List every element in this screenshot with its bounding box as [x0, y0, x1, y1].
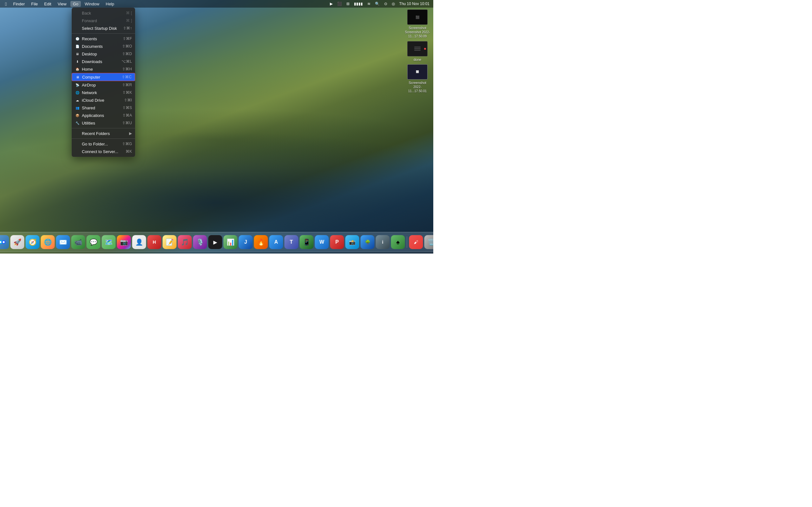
shared-label: Shared	[82, 106, 122, 110]
separator-1	[72, 33, 135, 34]
dock-teams[interactable]: T	[285, 235, 299, 249]
battery-icon[interactable]: ▮▮▮▮	[353, 1, 364, 7]
display-menu-icon[interactable]: ⊞	[345, 1, 351, 7]
dock-numbers[interactable]: 📊	[223, 235, 238, 249]
dock-screenshotsafari[interactable]: 📸	[345, 235, 359, 249]
apple-menu[interactable]: 	[3, 1, 9, 7]
dock-maps[interactable]: 🗺️	[102, 235, 116, 249]
menubar-file[interactable]: File	[29, 1, 40, 7]
dock-appletv[interactable]: ▶	[208, 235, 222, 249]
dock-trash[interactable]: 🗑️	[424, 235, 434, 249]
shared-icon: 👥	[75, 105, 80, 110]
dock-photos[interactable]: 📷	[117, 235, 131, 249]
dock-mail[interactable]: ✉️	[56, 235, 70, 249]
computer-icon: 🖥	[75, 74, 80, 79]
menu-item-recent-folders[interactable]: Recent Folders ▶	[72, 130, 135, 137]
dock-messages[interactable]: 💬	[87, 235, 101, 249]
menubar-help[interactable]: Help	[103, 1, 117, 7]
dock-separator	[407, 236, 407, 248]
dock-whatsapp[interactable]: 📱	[300, 235, 314, 249]
menu-item-utilities[interactable]: 🔧 Utilities ⇧⌘U	[72, 119, 135, 127]
network-icon: 🌐	[75, 90, 80, 95]
dock-solitaire[interactable]: ♠	[391, 235, 405, 249]
home-label: Home	[82, 67, 122, 72]
menu-item-startup[interactable]: Select Startup Disk ⇧⌘↑	[72, 24, 135, 32]
dock-pricetag[interactable]: P	[330, 235, 344, 249]
done-label: done	[414, 58, 421, 62]
dock-howto[interactable]: H	[148, 235, 161, 249]
dock-contacts[interactable]: 👤	[132, 235, 146, 249]
documents-label: Documents	[82, 44, 122, 49]
dock-finder[interactable]	[0, 235, 9, 249]
menu-item-forward[interactable]: Forward ⌘ ]	[72, 17, 135, 24]
dock-stickies[interactable]: 📝	[163, 235, 177, 249]
recents-label: Recents	[82, 37, 123, 41]
forward-shortcut: ⌘ ]	[126, 18, 132, 23]
desktop-icon-done[interactable]: done	[405, 41, 430, 62]
desktop-icon-screenshot1[interactable]: ⬛ ScreenshotScreenshot 2022-11...17.50.0…	[405, 9, 430, 39]
play-control-icon[interactable]: ▶	[328, 1, 334, 7]
dock-podcasts[interactable]: 🎙️	[193, 235, 207, 249]
menu-item-applications[interactable]: 📦 Applications ⇧⌘A	[72, 112, 135, 119]
wifi-icon[interactable]: ≋	[366, 1, 372, 7]
shared-shortcut: ⇧⌘S	[122, 106, 132, 110]
dock-jamf[interactable]: J	[239, 235, 253, 249]
goto-icon	[75, 141, 80, 147]
documents-icon: 📄	[75, 44, 80, 49]
server-label: Connect to Server...	[82, 149, 125, 154]
dock-sourcetree[interactable]: 🌳	[361, 235, 374, 249]
dock-launchpad[interactable]: 🚀	[10, 235, 24, 249]
startup-label: Select Startup Disk	[82, 26, 123, 31]
spotlight-icon[interactable]: 🔍	[374, 1, 381, 7]
dock-taskheat[interactable]: 🔥	[254, 235, 268, 249]
menubar:  Finder File Edit View Go Window Help ▶…	[0, 0, 433, 8]
go-dropdown-menu: Back ⌘ [ Forward ⌘ ] Select Startup Disk…	[72, 8, 135, 157]
menubar-finder[interactable]: Finder	[10, 1, 27, 7]
menu-item-desktop[interactable]: 🖥 Desktop ⇧⌘D	[72, 50, 135, 58]
menu-item-network[interactable]: 🌐 Network ⇧⌘K	[72, 89, 135, 96]
downloads-shortcut: ⌥⌘L	[121, 59, 132, 64]
desktop-icon: 🖥	[75, 51, 80, 56]
startup-icon	[75, 26, 80, 31]
menu-item-documents[interactable]: 📄 Documents ⇧⌘O	[72, 43, 135, 50]
menu-item-shared[interactable]: 👥 Shared ⇧⌘S	[72, 104, 135, 112]
dock-word[interactable]: W	[315, 235, 329, 249]
dock-facetime[interactable]: 📹	[71, 235, 85, 249]
screenshot1-label: ScreenshotScreenshot 2022-11...17.50.09	[405, 26, 430, 39]
dock-paintx[interactable]: 🖌	[409, 235, 423, 249]
menubar-window[interactable]: Window	[82, 1, 102, 7]
applications-label: Applications	[82, 113, 122, 118]
dock-music[interactable]: 🎵	[178, 235, 192, 249]
screen-record-icon[interactable]: ⬛	[336, 1, 343, 7]
dock-chrome[interactable]: 🌐	[41, 235, 55, 249]
dock-safari[interactable]: 🧭	[26, 235, 40, 249]
menu-item-downloads[interactable]: ⬇ Downloads ⌥⌘L	[72, 58, 135, 65]
menu-item-computer[interactable]: 🖥 Computer ⇧⌘C	[72, 73, 135, 81]
server-shortcut: ⌘K	[125, 149, 132, 154]
startup-shortcut: ⇧⌘↑	[123, 26, 132, 31]
screenshot2-thumb: ⬜	[407, 64, 427, 79]
menu-item-goto-folder[interactable]: Go to Folder... ⇧⌘G	[72, 140, 135, 148]
utilities-icon: 🔧	[75, 120, 80, 125]
menu-item-connect-server[interactable]: Connect to Server... ⌘K	[72, 148, 135, 155]
control-center-icon[interactable]: ⊙	[383, 1, 389, 7]
desktop-icons-area: ⬛ ScreenshotScreenshot 2022-11...17.50.0…	[405, 9, 430, 93]
menu-item-home[interactable]: 🏠 Home ⇧⌘H	[72, 65, 135, 73]
applications-icon: 📦	[75, 113, 80, 118]
dock-appstore[interactable]: A	[269, 235, 283, 249]
menubar-edit[interactable]: Edit	[42, 1, 54, 7]
desktop-icon-screenshot2[interactable]: ⬜ Screenshot2022-11...17.50.01	[405, 64, 430, 94]
datetime-display: Thu 10 Nov 10:01	[398, 1, 431, 7]
menu-item-airdrop[interactable]: 📡 AirDrop ⇧⌘R	[72, 81, 135, 89]
siri-icon[interactable]: ◎	[391, 1, 396, 7]
menubar-go[interactable]: Go	[70, 1, 81, 7]
menubar-view[interactable]: View	[55, 1, 69, 7]
recent-folders-label: Recent Folders	[82, 131, 129, 136]
goto-shortcut: ⇧⌘G	[122, 142, 132, 146]
menu-item-back[interactable]: Back ⌘ [	[72, 9, 135, 17]
dock-istatmenus[interactable]: i	[376, 235, 390, 249]
menu-item-recents[interactable]: 🕐 Recents ⇧⌘F	[72, 35, 135, 43]
back-shortcut: ⌘ [	[126, 11, 132, 15]
menu-item-icloud[interactable]: ☁ iCloud Drive ⇧⌘I	[72, 96, 135, 104]
computer-label: Computer	[82, 75, 122, 79]
